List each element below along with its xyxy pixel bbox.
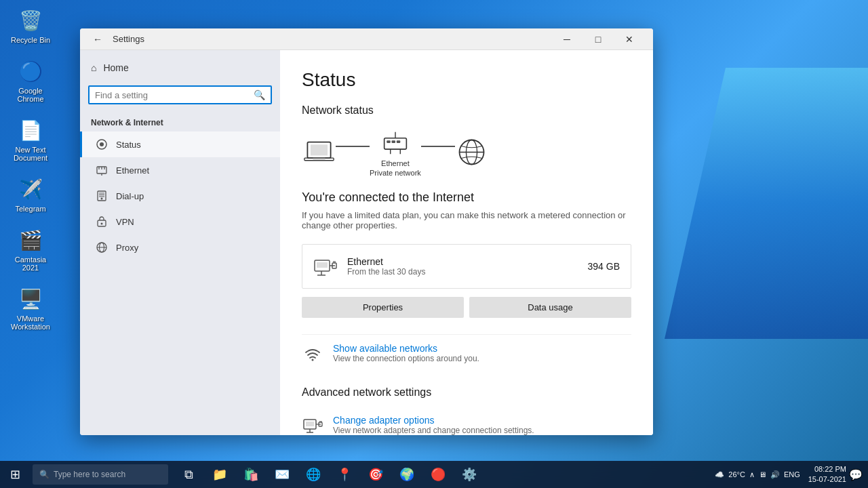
change-adapter-title: Change adapter options — [333, 415, 534, 426]
settings-btn[interactable]: ⚙️ — [454, 461, 484, 488]
notification-icon[interactable]: 💬 — [849, 468, 863, 481]
svg-rect-32 — [317, 262, 328, 268]
home-label: Home — [103, 62, 128, 73]
back-button[interactable]: ← — [88, 30, 107, 49]
svg-point-8 — [101, 198, 103, 200]
clock-time: 08:22 PM — [808, 464, 846, 474]
desktop-icons: 🗑️ Recycle Bin 🔵 Google Chrome 📄 New Tex… — [7, 7, 54, 331]
camtasia-icon[interactable]: 🎬 Camtasia 2021 — [7, 226, 54, 272]
sidebar: ⌂ Home 🔍 Network & Internet Statu — [80, 50, 280, 435]
svg-rect-20 — [313, 158, 325, 159]
clock-date: 15-07-2021 — [808, 474, 846, 485]
file-explorer-btn[interactable]: 📁 — [205, 461, 235, 488]
sidebar-item-status[interactable]: Status — [80, 131, 280, 157]
available-networks-item[interactable]: Show available networks View the connect… — [302, 334, 631, 373]
vpn-icon — [96, 216, 108, 228]
router-label: Ethernet — [381, 159, 410, 167]
vpn-label: VPN — [116, 217, 134, 227]
ethernet-info: Ethernet From the last 30 days — [347, 256, 578, 277]
app8-btn[interactable]: 🌍 — [392, 461, 422, 488]
minimize-button[interactable]: ─ — [551, 28, 583, 50]
tray-icons: ☁️ 26°C ∧ 🖥 🔊 ENG — [715, 470, 800, 479]
advanced-heading: Advanced network settings — [302, 386, 631, 399]
vmware-icon[interactable]: 🖥️ VMware Workstation — [7, 285, 54, 331]
data-usage-button[interactable]: Data usage — [469, 297, 631, 318]
ethernet-card-sub: From the last 30 days — [347, 267, 578, 277]
sidebar-home-button[interactable]: ⌂ Home — [80, 56, 280, 80]
svg-rect-22 — [387, 140, 390, 143]
router-sub-label: Private network — [370, 169, 421, 177]
sidebar-section-title: Network & Internet — [80, 110, 280, 131]
status-icon — [96, 138, 108, 150]
proxy-icon — [96, 241, 108, 253]
tray-up-icon[interactable]: ∧ — [749, 470, 755, 479]
new-text-doc-icon[interactable]: 📄 New Text Document — [7, 117, 54, 162]
clock[interactable]: 08:22 PM 15-07-2021 — [808, 464, 846, 485]
svg-rect-18 — [310, 144, 327, 155]
decorative-shape — [665, 68, 868, 339]
main-content: Status Network status — [280, 50, 653, 435]
change-adapter-sub: View network adapters and change connect… — [333, 426, 534, 435]
recycle-bin-icon[interactable]: 🗑️ Recycle Bin — [7, 7, 54, 44]
line-1 — [336, 146, 370, 147]
dialup-icon — [96, 190, 108, 202]
desktop: 🗑️ Recycle Bin 🔵 Google Chrome 📄 New Tex… — [0, 0, 868, 488]
start-button[interactable]: ⊞ — [0, 461, 30, 488]
title-bar: ← Settings ─ □ ✕ — [80, 28, 653, 50]
ethernet-card-name: Ethernet — [347, 256, 578, 267]
svg-rect-23 — [391, 140, 395, 143]
proxy-label: Proxy — [116, 243, 138, 253]
adapter-icon — [302, 415, 323, 435]
window-body: ⌂ Home 🔍 Network & Internet Statu — [80, 50, 653, 435]
wifi-icon — [302, 343, 323, 365]
telegram-icon[interactable]: ✈️ Telegram — [7, 176, 54, 213]
search-box: 🔍 — [88, 85, 272, 104]
status-label: Status — [116, 140, 141, 150]
app7-btn[interactable]: 🎯 — [361, 461, 391, 488]
sidebar-item-ethernet[interactable]: Ethernet — [80, 157, 280, 183]
store-btn[interactable]: 🛍️ — [236, 461, 266, 488]
search-input[interactable] — [95, 90, 250, 100]
window-title: Settings — [113, 34, 144, 44]
properties-button[interactable]: Properties — [302, 297, 464, 318]
svg-point-39 — [312, 359, 314, 361]
temperature: 26°C — [728, 470, 745, 479]
window-controls: ─ □ ✕ — [551, 28, 645, 50]
maximize-button[interactable]: □ — [583, 28, 614, 50]
line-2 — [421, 146, 455, 147]
search-icon: 🔍 — [39, 470, 50, 479]
taskbar-search[interactable]: 🔍 Type here to search — [33, 464, 168, 485]
sound-icon[interactable]: 🔊 — [770, 470, 780, 479]
language-label: ENG — [784, 470, 800, 479]
close-button[interactable]: ✕ — [614, 28, 645, 50]
sidebar-item-dialup[interactable]: Dial-up — [80, 183, 280, 209]
search-placeholder: Type here to search — [54, 470, 125, 479]
network-diagram: Ethernet Private network — [302, 127, 631, 177]
network-tray-icon[interactable]: 🖥 — [759, 470, 766, 479]
svg-rect-24 — [397, 140, 400, 143]
ethernet-icon — [96, 164, 108, 176]
svg-rect-21 — [384, 138, 407, 148]
svg-point-13 — [101, 223, 103, 225]
card-buttons: Properties Data usage — [302, 297, 631, 318]
weather-icon: ☁️ — [715, 470, 724, 479]
connection-heading: You're connected to the Internet — [302, 190, 631, 205]
avail-networks-sub: View the connection options around you. — [333, 354, 479, 363]
ethernet-label: Ethernet — [116, 165, 149, 176]
dialup-label: Dial-up — [116, 191, 144, 201]
settings-window: ← Settings ─ □ ✕ ⌂ Home 🔍 Network & — [80, 28, 653, 435]
ethernet-card-icon — [313, 254, 338, 279]
laptop-device — [302, 137, 336, 167]
mail-btn[interactable]: ✉️ — [267, 461, 297, 488]
google-chrome-icon[interactable]: 🔵 Google Chrome — [7, 58, 54, 103]
app9-btn[interactable]: 🔴 — [423, 461, 453, 488]
sidebar-item-proxy[interactable]: Proxy — [80, 235, 280, 260]
change-adapter-item[interactable]: Change adapter options View network adap… — [302, 408, 631, 435]
maps-btn[interactable]: 📍 — [330, 461, 359, 488]
sidebar-item-vpn[interactable]: VPN — [80, 209, 280, 235]
task-view-btn[interactable]: ⧉ — [174, 461, 203, 488]
home-icon: ⌂ — [91, 62, 96, 73]
chrome-btn[interactable]: 🌐 — [298, 461, 328, 488]
taskbar-icons: ⧉ 📁 🛍️ ✉️ 🌐 📍 🎯 🌍 🔴 ⚙️ — [174, 461, 484, 488]
ethernet-card-data: 394 GB — [588, 261, 620, 272]
